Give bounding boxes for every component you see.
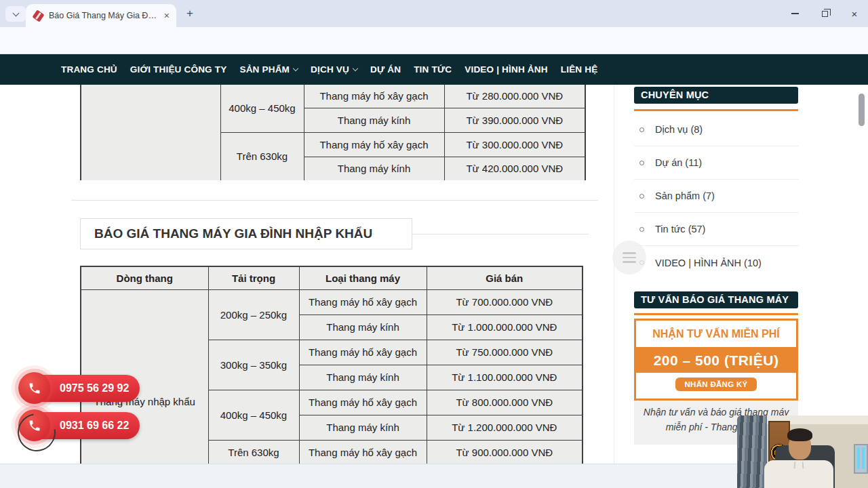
nav-item-dich-vu[interactable]: DỊCH VỤ <box>311 64 357 75</box>
load-cell: Trên 630kg <box>208 440 299 464</box>
load-cell: 400kg – 450kg <box>220 85 304 132</box>
section-divider <box>71 200 598 201</box>
nav-item-tin-tuc[interactable]: TIN TỨC <box>414 64 452 75</box>
window-restore-button[interactable] <box>816 7 833 20</box>
nav-item-video[interactable]: VIDEO | HÌNH ẢNH <box>465 64 548 75</box>
load-cell: 200kg – 250kg <box>208 289 299 340</box>
category-label: Dịch vụ (8) <box>655 124 703 135</box>
sidebar-consult-title: TƯ VẤN BÁO GIÁ THANG MÁY <box>634 291 798 308</box>
scrollbar-thumb[interactable] <box>859 94 865 126</box>
table-header-row: Dòng thang Tải trọng Loại thang máy Giá … <box>81 266 583 289</box>
price-cell: Từ 300.000.000 VNĐ <box>444 132 585 157</box>
bullet-icon <box>639 227 644 232</box>
tab-search-button[interactable] <box>5 6 26 22</box>
header-cell: Dòng thang <box>81 266 208 289</box>
nav-item-san-pham[interactable]: SẢN PHẨM <box>239 64 298 75</box>
restore-icon <box>822 11 828 17</box>
type-cell: Thang máy kính <box>299 314 427 340</box>
browser-tab[interactable]: Báo Giá Thang Máy Gia Đình N × <box>26 4 176 27</box>
minimize-icon <box>791 13 799 14</box>
section-title: BÁO GIÁ THANG MÁY GIA ĐÌNH NHẬP KHẨU <box>80 218 412 249</box>
category-label: Dự án (11) <box>655 157 702 168</box>
consult-promo-box: NHẬN TƯ VẤN MIỄN PHÍ 200 – 500 (TRIỆU) N… <box>634 319 798 401</box>
price-cell: Từ 1.100.000.000 VNĐ <box>427 365 583 390</box>
sidebar-item-video[interactable]: VIDEO | HÌNH ẢNH (10) <box>634 246 799 279</box>
price-cell: Từ 700.000.000 VNĐ <box>427 289 583 314</box>
header-cell: Loại thang máy <box>299 266 427 289</box>
person-hair <box>787 428 812 441</box>
nav-label: DỊCH VỤ <box>311 64 349 75</box>
category-label: VIDEO | HÌNH ẢNH (10) <box>655 258 762 268</box>
header-cell: Tải trọng <box>208 266 299 289</box>
sidebar-item-tin-tuc[interactable]: Tin tức (57) <box>634 213 799 246</box>
category-label: Tin tức (57) <box>655 224 705 235</box>
register-button[interactable]: NHẤN ĐĂNG KÝ <box>675 378 756 391</box>
tab-close-icon[interactable]: × <box>164 11 170 20</box>
type-cell: Thang máy hố xây gạch <box>299 289 427 314</box>
bullet-icon <box>639 161 644 165</box>
sidebar-item-san-pham[interactable]: Sản phẩm (7) <box>634 180 799 213</box>
site-favicon-icon <box>32 9 44 22</box>
webcam-window <box>854 444 868 474</box>
nav-label: GIỚI THIỆU CÔNG TY <box>130 64 227 75</box>
floating-menu-button[interactable] <box>612 241 646 274</box>
phone-receiver-icon <box>28 382 41 395</box>
window-minimize-button[interactable] <box>786 7 804 20</box>
price-cell: Từ 420.000.000 VNĐ <box>444 157 585 180</box>
hamburger-icon <box>623 252 636 254</box>
nav-label: SẢN PHẨM <box>239 64 290 75</box>
price-cell: Từ 390.000.000 VNĐ <box>444 108 585 132</box>
type-cell: Thang máy hố xây gạch <box>304 132 444 157</box>
nav-label: VIDEO | HÌNH ẢNH <box>465 64 548 75</box>
shirt-collar <box>793 462 804 468</box>
tab-title: Báo Giá Thang Máy Gia Đình N <box>49 11 157 20</box>
type-cell: Thang máy hố xây gạch <box>299 440 427 464</box>
webcam-curtain <box>737 415 767 488</box>
promo-price-range: 200 – 500 (TRIỆU) <box>636 348 796 373</box>
site-navbar: TRANG CHỦ GIỚI THIỆU CÔNG TY SẢN PHẨM DỊ… <box>0 54 868 85</box>
nav-item-gioi-thieu[interactable]: GIỚI THIỆU CÔNG TY <box>130 64 227 75</box>
table-row: Thang máy nhập khẩu 200kg – 250kg Thang … <box>81 289 583 314</box>
category-list: Dịch vụ (8) Dự án (11) Sản phẩm (7) Tin … <box>634 113 799 279</box>
load-cell: 300kg – 350kg <box>208 340 299 390</box>
new-tab-button[interactable]: + <box>182 5 198 22</box>
price-cell: Từ 1.000.000.000 VNĐ <box>427 314 583 340</box>
load-cell: Trên 630kg <box>220 132 304 180</box>
nav-label: TRANG CHỦ <box>61 64 117 75</box>
nav-item-du-an[interactable]: DỰ ÁN <box>370 64 401 75</box>
header-cell: Giá bán <box>427 266 583 289</box>
chevron-down-icon <box>12 9 19 16</box>
nav-item-trang-chu[interactable]: TRANG CHỦ <box>61 64 117 75</box>
tab-strip: Báo Giá Thang Máy Gia Đình N × + × <box>0 0 868 27</box>
sidebar-item-du-an[interactable]: Dự án (11) <box>634 146 799 180</box>
chevron-down-icon <box>293 65 298 70</box>
price-cell: Từ 750.000.000 VNĐ <box>427 340 583 365</box>
section-title-line <box>412 234 589 235</box>
nav-label: DỰ ÁN <box>370 64 401 75</box>
content-sidebar-divider <box>614 85 614 464</box>
sidebar-item-dich-vu[interactable]: Dịch vụ (8) <box>634 113 799 146</box>
phone-icon[interactable] <box>18 372 50 404</box>
load-cell: 400kg – 450kg <box>208 390 299 440</box>
chevron-down-icon <box>353 65 358 70</box>
hamburger-icon <box>623 261 636 263</box>
price-cell: Từ 1.200.000.000 VNĐ <box>427 415 583 440</box>
nav-item-lien-he[interactable]: LIÊN HỆ <box>561 64 598 75</box>
type-cell: Thang máy kính <box>299 365 427 390</box>
category-label: Sản phẩm (7) <box>655 190 715 201</box>
accent-line <box>634 313 798 315</box>
window-close-button[interactable]: × <box>846 7 863 20</box>
promo-button-row: NHẤN ĐĂNG KÝ <box>636 373 796 397</box>
type-cell: Thang máy kính <box>304 157 444 180</box>
price-cell: Từ 800.000.000 VNĐ <box>427 390 583 415</box>
browser-toolbar: ← → thangmayfamily.com/bao-gia-thang-may… <box>0 27 868 54</box>
sidebar-categories-title: CHUYÊN MỤC <box>634 87 798 104</box>
type-cell: Thang máy kính <box>299 415 427 440</box>
price-cell: Từ 900.000.000 VNĐ <box>427 440 583 464</box>
series-cell <box>81 85 220 180</box>
page-content: 400kg – 450kg Thang máy hố xây gạch Từ 2… <box>0 85 868 464</box>
webcam-overlay <box>737 415 868 488</box>
type-cell: Thang máy hố xây gạch <box>304 85 444 108</box>
bullet-icon <box>639 194 644 199</box>
price-table-imported: Dòng thang Tải trọng Loại thang máy Giá … <box>80 266 582 464</box>
